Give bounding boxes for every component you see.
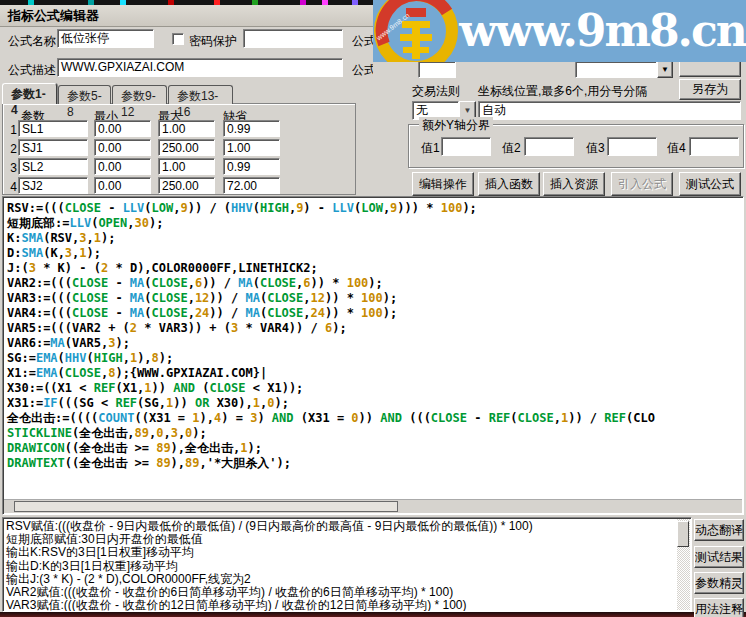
param-max-input[interactable]: 250.00: [158, 177, 215, 194]
coord-line-label: 坐标线位置,最多6个,用分号分隔: [478, 83, 647, 100]
trade-rule-label: 交易法则: [412, 83, 460, 100]
tab-参数9-12[interactable]: 参数9-12: [112, 85, 167, 104]
code-line: DRAWTEXT((全仓出击 >= 89),89,'*大胆杀入');: [7, 456, 655, 471]
save-as-button[interactable]: 另存为: [679, 79, 741, 100]
formula-editor-window: 指标公式编辑器 公式名称 低位张停 密码保护 公式 公式描述 WWW.GPXIA…: [0, 0, 746, 617]
action-button-3[interactable]: 插入资源: [543, 172, 605, 196]
translation-vscroll-thumb[interactable]: [677, 521, 689, 547]
param-name-input[interactable]: SJ1: [18, 139, 88, 156]
param-name-input[interactable]: SJ2: [18, 177, 88, 194]
obscured-button[interactable]: [679, 61, 741, 77]
param-default-input[interactable]: 0.99: [223, 120, 280, 137]
code-line: VAR2:=(((CLOSE - MA(CLOSE,6)) / MA(CLOSE…: [7, 276, 655, 291]
formula-code: RSV:=(((CLOSE - LLV(LOW,9)) / (HHV(HIGH,…: [7, 201, 655, 471]
y-axis-value-input[interactable]: [524, 137, 574, 156]
side-button-3[interactable]: 参数精灵: [694, 572, 744, 594]
window-title: 指标公式编辑器: [0, 7, 99, 25]
code-line: X31:=IF(((SG < REF(SG,1)) OR X30),1,0);: [7, 396, 655, 411]
y-axis-value-label: 值3: [586, 140, 605, 157]
action-button-5[interactable]: 测试公式: [679, 172, 741, 196]
y-axis-value-label: 值4: [667, 140, 686, 157]
formula-name-label: 公式名称: [8, 33, 56, 50]
coord-line-input[interactable]: 自动: [478, 101, 741, 120]
password-input[interactable]: [243, 29, 343, 48]
action-button-1[interactable]: 编辑操作: [412, 172, 474, 196]
obscured-input[interactable]: [418, 61, 456, 78]
editor-hscroll-thumb[interactable]: [14, 501, 398, 512]
code-line: 全仓出击:=((((COUNT((X31 = 1),4) = 3) AND (X…: [7, 411, 655, 426]
formula-desc-label: 公式描述: [8, 62, 56, 79]
translation-line: 输出D:K的3日[1日权重]移动平均: [6, 560, 675, 573]
code-line: VAR4:=(((CLOSE - MA(CLOSE,24)) / MA(CLOS…: [7, 306, 655, 321]
code-line: X1:=EMA(CLOSE,8);{WWW.GPXIAZAI.COM}|: [7, 366, 655, 381]
code-line: J:(3 * K) - (2 * D),COLOR0000FF,LINETHIC…: [7, 261, 655, 276]
param-name-input[interactable]: SL2: [18, 158, 88, 175]
tab-参数5-8[interactable]: 参数5-8: [58, 85, 111, 104]
code-line: STICKLINE(全仓出击,89,0,3,0);: [7, 426, 655, 441]
action-button-4: 引入公式: [611, 172, 673, 196]
code-line: X30:=((X1 < REF(X1,1)) AND (CLOSE < X1))…: [7, 381, 655, 396]
param-min-input[interactable]: 0.00: [94, 139, 151, 156]
param-row-index: 4: [5, 180, 17, 194]
code-line: RSV:=(((CLOSE - LLV(LOW,9)) / (HHV(HIGH,…: [7, 201, 655, 216]
action-button-2[interactable]: 插入函数: [478, 172, 540, 196]
translation-panel: RSV赋值:(((收盘价 - 9日内最低价的最低值) / (9日内最高价的最高值…: [2, 517, 692, 612]
obscured-dropdown-button[interactable]: ▼: [657, 61, 673, 78]
code-line: K:SMA(RSV,3,1);: [7, 231, 655, 246]
param-row-index: 1: [5, 123, 17, 137]
y-axis-value-input[interactable]: [441, 137, 491, 156]
code-line: SG:=EMA(HHV(HIGH,1),8);: [7, 351, 655, 366]
y-axis-value-input[interactable]: [607, 137, 657, 156]
password-protect-label: 密码保护: [189, 33, 237, 50]
param-default-input[interactable]: 0.99: [223, 158, 280, 175]
y-axis-value-label: 值2: [502, 140, 521, 157]
param-min-input[interactable]: 0.00: [94, 120, 151, 137]
tab-参数13-16[interactable]: 参数13-16: [168, 85, 233, 104]
extra-y-axis-group: 额外Y轴分界 值1值2值3值4: [408, 124, 744, 168]
formula-name-input[interactable]: 低位张停: [57, 29, 154, 48]
param-row-index: 2: [5, 142, 17, 156]
param-max-input[interactable]: 250.00: [158, 139, 215, 156]
translation-vertical-scrollbar[interactable]: [677, 519, 690, 610]
password-protect-checkbox[interactable]: [172, 33, 184, 45]
param-min-input[interactable]: 0.00: [94, 177, 151, 194]
translation-line: VAR3赋值:(((收盘价 - 收盘价的12日简单移动平均) / 收盘价的12日…: [6, 599, 675, 612]
watermark-banner: www.9m8.cn www.9m8.cn: [373, 0, 746, 62]
param-default-input[interactable]: 1.00: [223, 139, 280, 156]
obscured-combobox[interactable]: [575, 61, 657, 78]
tab-参数1-4[interactable]: 参数1-4: [2, 83, 57, 104]
bottom-edge-strip: [0, 612, 746, 617]
code-line: VAR6:=MA(VAR5,3);: [7, 336, 655, 351]
right-label-fragment-1: 公式: [352, 33, 373, 50]
formula-desc-input[interactable]: WWW.GPXIAZAI.COM: [57, 58, 343, 77]
y-axis-value-input[interactable]: [689, 137, 739, 156]
code-line: DRAWICON((全仓出击 >= 89),全仓出击,1);: [7, 441, 655, 456]
side-button-2[interactable]: 测试结果: [694, 546, 744, 568]
param-max-input[interactable]: 1.00: [158, 158, 215, 175]
watermark-text: www.9m8.cn: [459, 2, 746, 60]
translation-text: RSV赋值:(((收盘价 - 9日内最低价的最低值) / (9日内最高价的最高值…: [6, 520, 675, 612]
code-line: 短期底部:=LLV(OPEN,30);: [7, 216, 655, 231]
side-button-1[interactable]: 动态翻译: [694, 519, 744, 541]
formula-code-editor[interactable]: RSV:=(((CLOSE - LLV(LOW,9)) / (HHV(HIGH,…: [2, 196, 744, 515]
param-max-input[interactable]: 1.00: [158, 120, 215, 137]
translation-line: 输出K:RSV的3日[1日权重]移动平均: [6, 546, 675, 559]
code-line: D:SMA(K,3,1);: [7, 246, 655, 261]
code-line: VAR3:=(((CLOSE - MA(CLOSE,12)) / MA(CLOS…: [7, 291, 655, 306]
param-name-input[interactable]: SL1: [18, 120, 88, 137]
y-axis-value-label: 值1: [421, 140, 440, 157]
right-label-fragment-2: 公式: [352, 62, 373, 79]
extra-y-axis-label: 额外Y轴分界: [419, 117, 493, 134]
code-line: VAR5:=(((VAR2 + (2 * VAR3)) + (3 * VAR4)…: [7, 321, 655, 336]
param-row-index: 3: [5, 161, 17, 175]
param-default-input[interactable]: 72.00: [223, 177, 280, 194]
param-min-input[interactable]: 0.00: [94, 158, 151, 175]
side-button-4[interactable]: 用法注释: [694, 598, 744, 617]
editor-horizontal-scrollbar[interactable]: [4, 499, 742, 513]
